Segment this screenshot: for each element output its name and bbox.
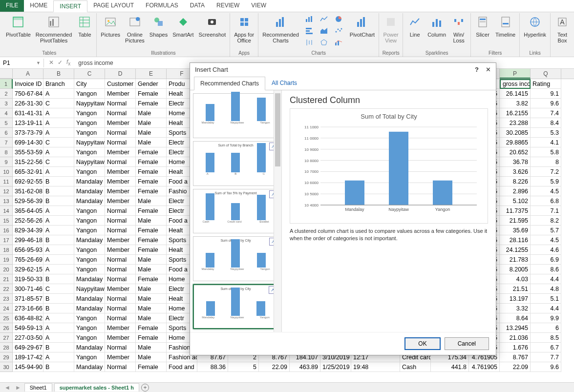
cell-A25[interactable]: 636-48-82	[13, 313, 43, 323]
recommended-thumb-3[interactable]: ↗Sum of cogs by CityMandalayNaypyitawYan…	[193, 236, 278, 281]
cell-B19[interactable]: A	[43, 255, 74, 265]
cell-E9[interactable]: Female	[136, 157, 167, 167]
chart-area-icon[interactable]	[318, 26, 330, 36]
cell-P21[interactable]: 4.03	[500, 274, 531, 284]
cell-P4[interactable]: 16.2155	[500, 108, 531, 118]
cell-B16[interactable]: A	[43, 226, 74, 235]
row-header-16[interactable]: 16	[0, 226, 13, 235]
cell-Q1[interactable]: Rating	[531, 79, 561, 89]
row-header-25[interactable]: 25	[0, 313, 13, 323]
cell-E5[interactable]: Male	[136, 118, 167, 128]
cell-A20[interactable]: 329-62-15	[13, 265, 43, 274]
cell-B3[interactable]: C	[43, 99, 74, 108]
text-box-button[interactable]: ATextBox	[553, 13, 572, 45]
cell-E19[interactable]: Male	[136, 255, 167, 265]
cell-C6[interactable]: Yangon	[74, 128, 105, 138]
cell-A29[interactable]: 189-17-42	[13, 352, 43, 362]
cell-B30[interactable]: B	[43, 362, 74, 372]
sheet-nav-next[interactable]: ►	[14, 384, 22, 391]
cell-C5[interactable]: Yangon	[74, 118, 105, 128]
pivotchart-button[interactable]: PivotChart	[348, 13, 377, 40]
row-header-3[interactable]: 3	[0, 99, 13, 108]
chart-bar-icon[interactable]	[303, 14, 316, 24]
cell-A26[interactable]: 549-59-13	[13, 323, 43, 333]
cell-P17[interactable]: 28.116	[500, 235, 531, 245]
cell-C1[interactable]: City	[74, 79, 105, 89]
cell-E11[interactable]: Female	[136, 177, 167, 186]
cell-Q28[interactable]: 6.7	[531, 343, 561, 352]
cell-A14[interactable]: 365-64-05	[13, 206, 43, 216]
sparkline-line-button[interactable]: Line	[405, 13, 425, 40]
recommended-charts-button[interactable]: RecommendedCharts	[260, 13, 301, 45]
chart-combo-icon[interactable]	[332, 38, 345, 47]
cell-C29[interactable]: Yangon	[74, 352, 105, 362]
cell-C10[interactable]: Yangon	[74, 167, 105, 177]
cell-E15[interactable]: Male	[136, 216, 167, 226]
cell-E6[interactable]: Male	[136, 128, 167, 138]
cell-P1[interactable]: gross inco	[500, 79, 531, 89]
tab-data[interactable]: DATA	[184, 0, 211, 12]
cell-Q19[interactable]: 6.9	[531, 255, 561, 265]
cell-D5[interactable]: Member	[105, 118, 136, 128]
cell-A1[interactable]: Invoice ID	[13, 79, 43, 89]
cell-A3[interactable]: 226-31-30	[13, 99, 43, 108]
cell-D7[interactable]: Normal	[105, 138, 136, 147]
row-header-22[interactable]: 22	[0, 284, 13, 294]
cell-A12[interactable]: 351-62-08	[13, 186, 43, 196]
chart-radar-icon[interactable]	[318, 38, 330, 47]
cell-P12[interactable]: 2.896	[500, 186, 531, 196]
cell-D13[interactable]: Member	[105, 196, 136, 206]
dialog-tab-all[interactable]: All Charts	[265, 76, 303, 90]
cell-B9[interactable]: C	[43, 157, 74, 167]
cell-F30[interactable]: Food and	[167, 362, 197, 372]
apps-for-office-button[interactable]: Apps forOffice	[232, 13, 256, 45]
chart-line-icon[interactable]	[318, 14, 330, 24]
cell-B10[interactable]: A	[43, 167, 74, 177]
cell-B25[interactable]: A	[43, 313, 74, 323]
recommended-list[interactable]: MandalayNaypyitawYangon↗Sum of Total by …	[190, 90, 282, 332]
cell-D26[interactable]: Member	[105, 323, 136, 333]
cell-D20[interactable]: Normal	[105, 265, 136, 274]
cell-P3[interactable]: 3.82	[500, 99, 531, 108]
cell-C23[interactable]: Mandalay	[74, 294, 105, 304]
cell-Q27[interactable]: 8.5	[531, 333, 561, 343]
cell-P6[interactable]: 30.2085	[500, 128, 531, 138]
cell-C2[interactable]: Yangon	[74, 89, 105, 99]
cell-D12[interactable]: Member	[105, 186, 136, 196]
cell-P15[interactable]: 21.595	[500, 216, 531, 226]
col-header-Q[interactable]: Q	[531, 69, 561, 79]
pivottable-button[interactable]: PivotTable	[4, 13, 33, 40]
slicer-button[interactable]: Slicer	[473, 13, 492, 40]
cell-B28[interactable]: B	[43, 343, 74, 352]
cell-Q18[interactable]: 4.6	[531, 245, 561, 255]
cell-Q11[interactable]: 5.9	[531, 177, 561, 186]
cell-C26[interactable]: Yangon	[74, 323, 105, 333]
chart-scatter-icon[interactable]	[332, 26, 345, 36]
cell-D19[interactable]: Normal	[105, 255, 136, 265]
cell-D30[interactable]: Normal	[105, 362, 136, 372]
cell-E24[interactable]: Male	[136, 304, 167, 313]
cell-Q20[interactable]: 8.6	[531, 265, 561, 274]
cell-B12[interactable]: B	[43, 186, 74, 196]
cell-E23[interactable]: Male	[136, 294, 167, 304]
cell-C19[interactable]: Yangon	[74, 255, 105, 265]
cell-B29[interactable]: A	[43, 352, 74, 362]
cell-D10[interactable]: Member	[105, 167, 136, 177]
cell-K30[interactable]: 1/25/2019	[320, 362, 351, 372]
cell-P29[interactable]: 8.767	[500, 352, 531, 362]
cell-Q17[interactable]: 4.5	[531, 235, 561, 245]
accept-formula-icon[interactable]: ✓	[58, 59, 63, 66]
cell-Q5[interactable]: 8.4	[531, 118, 561, 128]
cell-B8[interactable]: A	[43, 147, 74, 157]
cell-B27[interactable]: A	[43, 333, 74, 343]
col-header-D[interactable]: D	[105, 69, 136, 79]
cell-A11[interactable]: 692-92-55	[13, 177, 43, 186]
cancel-formula-icon[interactable]: ✕	[49, 59, 54, 66]
cell-P28[interactable]: 1.676	[500, 343, 531, 352]
cell-A10[interactable]: 665-32-91	[13, 167, 43, 177]
cell-B4[interactable]: A	[43, 108, 74, 118]
cell-C16[interactable]: Yangon	[74, 226, 105, 235]
cell-E13[interactable]: Male	[136, 196, 167, 206]
row-header-19[interactable]: 19	[0, 255, 13, 265]
cell-A21[interactable]: 319-50-33	[13, 274, 43, 284]
